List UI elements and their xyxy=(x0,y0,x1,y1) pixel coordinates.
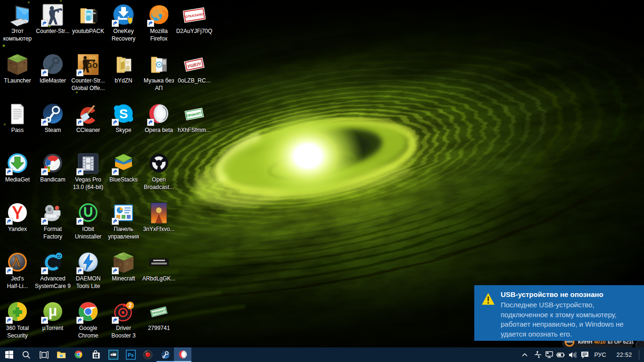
svg-text:S: S xyxy=(119,107,128,121)
svg-text:GO: GO xyxy=(87,62,99,69)
svg-text:2: 2 xyxy=(129,302,132,309)
svg-text:Ps: Ps xyxy=(128,352,134,358)
svg-text:µ: µ xyxy=(49,302,57,319)
svg-text:M:: M: xyxy=(93,12,97,15)
